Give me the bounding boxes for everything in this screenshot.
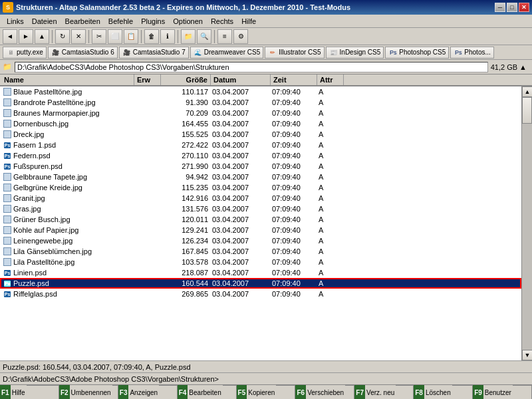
back-button[interactable]: ◄ — [3, 29, 17, 44]
table-row[interactable]: Brandrote Pastelltöne.jpg91.39003.04.200… — [0, 97, 521, 108]
table-row[interactable]: Granit.jpg142.91603.04.200707:09:40A — [0, 193, 521, 203]
col-header-date[interactable]: Datum — [211, 74, 271, 85]
fkey-item-f3[interactable]: F3Anzeigen — [118, 385, 178, 399]
table-row[interactable]: Blaue Pastelltöne.jpg110.11703.04.200707… — [0, 86, 521, 97]
table-row[interactable]: PsRiffelglas.psd269.86503.04.200707:09:4… — [0, 289, 521, 299]
fkey-item-f1[interactable]: F1Hilfe — [0, 385, 59, 399]
table-row[interactable]: Gelbgrüne Kreide.jpg115.23503.04.200707:… — [0, 182, 521, 193]
cut-button[interactable]: ✂ — [92, 29, 106, 44]
up-button[interactable]: ▲ — [35, 29, 49, 44]
file-size-cell: 94.942 — [161, 173, 211, 181]
fkey-label: Verz. neu — [365, 385, 396, 399]
table-row[interactable]: Dreck.jpg155.52503.04.200707:09:40A — [0, 129, 521, 140]
search-button[interactable]: 🔍 — [197, 29, 211, 44]
file-time-cell: 07:09:40 — [271, 98, 317, 106]
delete-button[interactable]: 🗑 — [144, 29, 159, 44]
menu-item-hilfe[interactable]: Hilfe — [237, 16, 260, 27]
col-header-attr[interactable]: Attr — [317, 74, 344, 85]
menu-item-links[interactable]: Links — [3, 16, 28, 27]
file-time-cell: 07:09:40 — [271, 173, 317, 181]
col-header-ext[interactable]: Erw — [134, 74, 161, 85]
table-row[interactable]: PsPuzzle.psd160.54403.04.200707:09:40A — [0, 278, 521, 289]
properties-button[interactable]: ℹ — [160, 29, 175, 44]
file-name-text: Linien.psd — [13, 269, 47, 277]
table-row[interactable]: Lila Gänseblümchen.jpg167.84503.04.20070… — [0, 246, 521, 257]
table-row[interactable]: Gelbbraune Tapete.jpg94.94203.04.200707:… — [0, 172, 521, 182]
copy-button[interactable]: ⬜ — [108, 29, 122, 44]
fkey-item-f4[interactable]: F4Bearbeiten — [178, 385, 237, 399]
fkey-item-f5[interactable]: F5Kopieren — [237, 385, 296, 399]
file-time-cell: 07:09:40 — [271, 88, 317, 96]
file-name-cell: Lila Gänseblümchen.jpg — [1, 247, 134, 256]
fkey-item-f7[interactable]: F7Verz. neu — [354, 385, 414, 399]
file-size-cell: 155.525 — [161, 130, 211, 138]
bookmark-item[interactable]: ✏Illustrator CS5 — [265, 47, 324, 59]
fkey-item-f8[interactable]: F8Löschen — [414, 385, 473, 399]
fkey-item-f9[interactable]: F9Benutzer — [473, 385, 532, 399]
file-time-cell: 07:09:40 — [271, 237, 317, 245]
file-name-cell: Dornenbusch.jpg — [1, 119, 134, 128]
file-name-text: Dreck.jpg — [13, 130, 44, 138]
table-row[interactable]: Dornenbusch.jpg164.45503.04.200707:09:40… — [0, 118, 521, 129]
bookmark-item[interactable]: 🎥CamtasiaStudio 7 — [119, 47, 189, 59]
maximize-button[interactable]: □ — [507, 3, 517, 12]
table-row[interactable]: Gras.jpg131.57603.04.200707:09:40A — [0, 203, 521, 214]
disk-space: 41,2 GB ▲ — [491, 63, 527, 71]
jpg-icon — [3, 215, 12, 224]
view-toggle-button[interactable]: ≡ — [217, 29, 232, 44]
newdir-button[interactable]: 📁 — [181, 29, 196, 44]
file-attr-cell: A — [317, 109, 344, 117]
table-row[interactable]: Grüner Busch.jpg120.01103.04.200707:09:4… — [0, 214, 521, 225]
file-list[interactable]: Blaue Pastelltöne.jpg110.11703.04.200707… — [0, 86, 521, 360]
menu-item-bearbeiten[interactable]: Bearbeiten — [61, 16, 104, 27]
table-row[interactable]: Braunes Marmorpapier.jpg70.20903.04.2007… — [0, 108, 521, 118]
bookmark-item[interactable]: 🌊Dreamweaver CS5 — [190, 47, 263, 59]
refresh-button[interactable]: ↻ — [55, 29, 70, 44]
menu-item-befehle[interactable]: Befehle — [104, 16, 137, 27]
table-row[interactable]: Lila Pastelltöne.jpg103.57803.04.200707:… — [0, 257, 521, 267]
file-name-text: Blaue Pastelltöne.jpg — [13, 88, 82, 96]
jpg-icon — [3, 98, 12, 107]
menu-item-optionen[interactable]: Optionen — [169, 16, 207, 27]
table-row[interactable]: Kohle auf Papier.jpg129.24103.04.200707:… — [0, 225, 521, 235]
scroll-up-button[interactable]: ▲ — [522, 86, 532, 97]
file-name-text: Fasern 1.psd — [13, 141, 56, 149]
table-row[interactable]: PsLinien.psd218.08703.04.200707:09:40A — [0, 267, 521, 278]
close-button[interactable]: ✕ — [519, 3, 529, 12]
menu-item-plugins[interactable]: Plugins — [137, 16, 169, 27]
bookmark-item[interactable]: 🎥CamtasiaStudio 6 — [48, 47, 118, 59]
table-row[interactable]: PsFasern 1.psd272.42203.04.200707:09:40A — [0, 140, 521, 150]
bookmark-item[interactable]: 📰InDesign CS5 — [326, 47, 384, 59]
fkey-item-f2[interactable]: F2Umbenennen — [59, 385, 118, 399]
address-input[interactable] — [15, 62, 488, 72]
scroll-track[interactable] — [522, 97, 532, 350]
col-header-time[interactable]: Zeit — [271, 74, 317, 85]
fkey-item-f6[interactable]: F6Verschieben — [295, 385, 354, 399]
bookmark-item[interactable]: PsPhotos... — [450, 47, 493, 59]
col-header-size[interactable]: Größe — [161, 74, 211, 85]
table-row[interactable]: Leinengewebe.jpg126.23403.04.200707:09:4… — [0, 235, 521, 246]
bookmark-icon: Ps — [388, 48, 398, 57]
file-name-text: Riffelglas.psd — [13, 290, 57, 298]
bookmark-item[interactable]: 🖥putty.exe — [3, 47, 47, 59]
forward-button[interactable]: ► — [19, 29, 33, 44]
file-name-cell: PsFasern 1.psd — [1, 140, 134, 150]
file-size-cell: 142.916 — [161, 194, 211, 202]
file-name-cell: Gelbgrüne Kreide.jpg — [1, 183, 134, 192]
bookmark-item[interactable]: PsPhotoshop CS5 — [385, 47, 449, 59]
scroll-down-button[interactable]: ▼ — [522, 350, 532, 360]
scroll-thumb[interactable] — [522, 97, 532, 124]
table-row[interactable]: PsFußspuren.psd271.99003.04.200707:09:40… — [0, 161, 521, 172]
address-label: 📁 — [3, 63, 12, 71]
paste-button[interactable]: 📋 — [124, 29, 138, 44]
minimize-button[interactable]: ─ — [495, 3, 505, 12]
col-header-name[interactable]: Name — [1, 74, 134, 85]
menu-item-rechts[interactable]: Rechts — [207, 16, 237, 27]
menu-item-dateien[interactable]: Dateien — [28, 16, 61, 27]
scrollbar[interactable]: ▲ ▼ — [521, 86, 532, 360]
stop-button[interactable]: ✕ — [71, 29, 86, 44]
file-size-cell: 126.234 — [161, 237, 211, 245]
options-button[interactable]: ⚙ — [233, 29, 248, 44]
table-row[interactable]: PsFedern.psd270.11003.04.200707:09:40A — [0, 150, 521, 161]
file-date-cell: 03.04.2007 — [211, 247, 271, 255]
